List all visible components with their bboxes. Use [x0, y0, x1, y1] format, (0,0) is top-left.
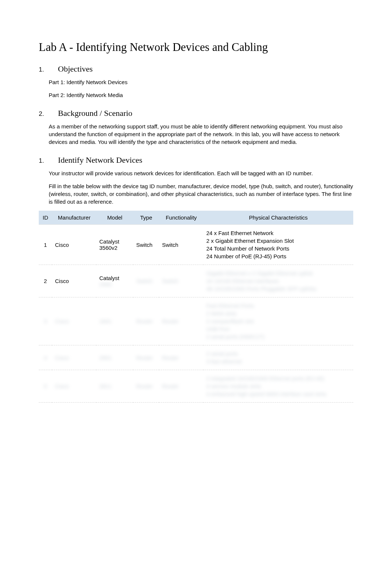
cell-manufacturer: Cisco	[52, 345, 96, 370]
page-title: Lab A - Identifying Network Devices and …	[39, 41, 353, 54]
table-row: 3Cisco1841RouterRouterFast Ethernet Port…	[39, 297, 353, 345]
objective-item: Part 1: Identify Network Devices	[49, 78, 353, 86]
section-num: 2.	[39, 110, 58, 118]
cell-id: 4	[39, 345, 52, 370]
cell-id: 1	[39, 225, 52, 265]
section-heading: Objectives	[58, 64, 93, 74]
section-heading: Background / Scenario	[58, 108, 133, 118]
cell-characteristics: 2 serial ports3 fast ethernet	[203, 345, 353, 370]
col-model: Model	[96, 211, 133, 225]
cell-manufacturer: Cisco	[52, 225, 96, 265]
col-id: ID	[39, 211, 52, 225]
cell-id: 2	[39, 265, 52, 297]
identify-paragraph: Your instructor will provide various net…	[49, 169, 353, 177]
cell-type: Switch	[133, 265, 159, 297]
cell-characteristics: 24 x Fast Ethernet Network2 x Gigabit Et…	[203, 225, 353, 265]
table-row: 5Cisco2811RouterRouter2 integrated 10/10…	[39, 370, 353, 403]
cell-functionality: Router	[159, 370, 203, 403]
identify-paragraph: Fill in the table below with the device …	[49, 182, 353, 206]
cell-characteristics: 2 integrated 10/100/1000 Ethernet ports …	[203, 370, 353, 403]
cell-model: 2811	[96, 370, 133, 403]
cell-functionality: Switch	[159, 225, 203, 265]
cell-model: Catalyst 2960	[96, 265, 133, 297]
identify-header: 1. Identify Network Devices	[39, 155, 353, 165]
cell-type: Router	[133, 370, 159, 403]
section-num: 1.	[39, 157, 58, 165]
table-row: 1CiscoCatalyst 3560v2SwitchSwitch24 x Fa…	[39, 225, 353, 265]
cell-type: Router	[133, 345, 159, 370]
cell-characteristics: Fast Ethernet Ports2 WAN slots2 compactf…	[203, 297, 353, 345]
cell-model: 2901	[96, 345, 133, 370]
section-num: 1.	[39, 66, 58, 73]
table-row: 4Cisco2901RouterRouter2 serial ports3 fa…	[39, 345, 353, 370]
cell-manufacturer: Cisco	[52, 297, 96, 345]
table-header-row: ID Manufacturer Model Type Functionality…	[39, 211, 353, 225]
cell-manufacturer: Cisco	[52, 265, 96, 297]
cell-type: Router	[133, 297, 159, 345]
objective-item: Part 2: Identify Network Media	[49, 91, 353, 99]
col-manufacturer: Manufacturer	[52, 211, 96, 225]
section-heading: Identify Network Devices	[58, 155, 142, 165]
background-paragraph: As a member of the networking support st…	[49, 123, 353, 146]
devices-table: ID Manufacturer Model Type Functionality…	[39, 211, 353, 403]
cell-id: 5	[39, 370, 52, 403]
objectives-header: 1. Objectives	[39, 64, 353, 74]
cell-id: 3	[39, 297, 52, 345]
cell-manufacturer: Cisco	[52, 370, 96, 403]
col-characteristics: Physical Characteristics	[203, 211, 353, 225]
cell-functionality: Switch	[159, 265, 203, 297]
table-row: 2CiscoCatalyst 2960SwitchSwitchGigabit E…	[39, 265, 353, 297]
cell-functionality: Router	[159, 297, 203, 345]
cell-model: 1841	[96, 297, 133, 345]
col-type: Type	[133, 211, 159, 225]
col-functionality: Functionality	[159, 211, 203, 225]
cell-functionality: Router	[159, 345, 203, 370]
background-header: 2. Background / Scenario	[39, 108, 353, 118]
cell-type: Switch	[133, 225, 159, 265]
cell-model: Catalyst 3560v2	[96, 225, 133, 265]
cell-characteristics: Gigabit Ethernet x 2 Gigabit Ethernet up…	[203, 265, 353, 297]
